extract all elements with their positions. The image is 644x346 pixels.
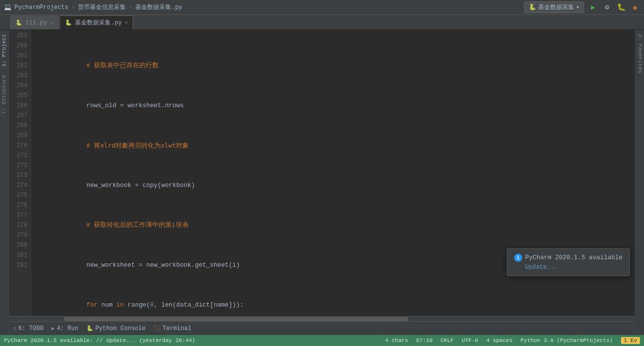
project-panel-label[interactable]: 1: Project: [0, 30, 8, 71]
notification-icon: i: [514, 254, 522, 262]
debug-button[interactable]: 🐛: [616, 2, 626, 12]
interpreter-info[interactable]: Python 3.6 (PycharmProjects): [521, 338, 613, 344]
todo-icon: ☑: [13, 325, 16, 332]
python-console-label: Python Console: [95, 325, 146, 332]
bottom-toolbar: ☑ 6: TODO ▶ 4: Run 🐍 Python Console ⬛ Te…: [9, 321, 635, 335]
tab-111py[interactable]: 🐍 111.py ✕: [10, 15, 58, 29]
tab-bar: 🐍 111.py ✕ 🐍 基金数据采集.py ✕: [0, 15, 644, 30]
tab-label-111py: 111.py: [25, 19, 47, 26]
folder-name[interactable]: 货币基金信息采集: [78, 3, 126, 11]
warning-badge[interactable]: 1 Ev: [621, 337, 640, 344]
tab-label-jijin: 基金数据采集.py: [75, 18, 122, 27]
favorites-label[interactable]: 2: Favorites: [636, 30, 644, 77]
code-line-265: for num in range(0, len(data_dict[name])…: [35, 300, 635, 310]
sep2: ›: [129, 4, 132, 11]
notification-popup: i PyCharm 2020.1.5 available Update...: [507, 248, 630, 276]
cursor-position[interactable]: 67:10: [416, 338, 433, 344]
right-sidebar: 2: Favorites: [635, 30, 644, 335]
tab-icon-jijin: 🐍: [65, 19, 72, 26]
dropdown-icon: ▾: [576, 3, 580, 11]
file-name[interactable]: 基金数据采集.py: [135, 3, 182, 11]
code-line-261: # 将xlrd对象拷贝转化为xlwt对象: [35, 141, 635, 151]
python-console-button[interactable]: 🐍 Python Console: [86, 325, 146, 332]
run-button[interactable]: ▶: [588, 2, 598, 12]
scrollbar-thumb[interactable]: [64, 317, 408, 321]
code-line-259: # 获取表中已存在的行数: [35, 61, 635, 71]
settings-button[interactable]: ⚙: [602, 2, 612, 12]
side-panels: 1: Project 7: Structure: [0, 30, 9, 335]
char-count[interactable]: 4 chars: [385, 338, 408, 344]
terminal-label: Terminal: [163, 325, 192, 332]
update-link[interactable]: Update...: [525, 264, 623, 271]
project-name[interactable]: PycharmProjects: [14, 4, 68, 11]
notification-title: i PyCharm 2020.1.5 available: [514, 254, 623, 262]
code-line-260: rows_old = worksheet.nrows: [35, 101, 635, 111]
run-panel-button[interactable]: ▶ 4: Run: [51, 325, 78, 332]
jb-logo: ◈: [630, 2, 640, 12]
sep1: ›: [71, 4, 75, 11]
terminal-icon: ⬛: [154, 325, 161, 332]
encoding[interactable]: UTF-8: [462, 338, 478, 344]
line-ending[interactable]: CRLF: [441, 338, 454, 344]
status-message[interactable]: PyCharm 2020.1.5 available: // Update...…: [4, 338, 195, 344]
run-config-icon: 🐍: [529, 3, 536, 11]
tab-close-jijin[interactable]: ✕: [125, 19, 128, 25]
tab-jijin[interactable]: 🐍 基金数据采集.py ✕: [59, 15, 133, 29]
status-bar-right: 4 chars 67:10 CRLF UTF-8 4 spaces Python…: [385, 337, 640, 344]
code-container[interactable]: 259 260 261 262 263 264 265 266 267 268 …: [9, 30, 635, 316]
title-bar: 💻 PycharmProjects › 货币基金信息采集 › 基金数据采集.py…: [0, 0, 644, 15]
breadcrumb: 💻 PycharmProjects › 货币基金信息采集 › 基金数据采集.py: [4, 3, 182, 11]
terminal-button[interactable]: ⬛ Terminal: [154, 325, 192, 332]
title-bar-right: 🐍 基金数据采集 ▾ ▶ ⚙ 🐛 ◈: [524, 1, 640, 13]
structure-panel-label[interactable]: 7: Structure: [0, 71, 8, 118]
run-config-label: 基金数据采集: [538, 3, 574, 11]
indent-setting[interactable]: 4 spaces: [486, 338, 513, 344]
line-numbers: 259 260 261 262 263 264 265 266 267 268 …: [9, 30, 31, 316]
horizontal-scrollbar[interactable]: [9, 316, 635, 321]
status-bar: PyCharm 2020.1.5 available: // Update...…: [0, 335, 644, 346]
run-config-selector[interactable]: 🐍 基金数据采集 ▾: [524, 1, 584, 13]
todo-label: 6: TODO: [18, 325, 43, 332]
run-icon: ▶: [51, 325, 55, 332]
tab-icon-111py: 🐍: [15, 19, 22, 26]
python-console-icon: 🐍: [86, 325, 93, 332]
editor-area: 259 260 261 262 263 264 265 266 267 268 …: [9, 30, 635, 335]
tab-close-111py[interactable]: ✕: [50, 20, 53, 26]
notification-title-text: PyCharm 2020.1.5 available: [525, 254, 623, 261]
code-line-263: # 获取转化后的工作薄中的第i张表: [35, 220, 635, 230]
main-area: 1: Project 7: Structure 259 260 261 262 …: [0, 30, 644, 335]
run-label: 4: Run: [57, 325, 78, 332]
code-line-262: new_workbook = copy(workbook): [35, 180, 635, 190]
todo-button[interactable]: ☑ 6: TODO: [13, 325, 43, 332]
project-icon: 💻: [4, 3, 11, 11]
